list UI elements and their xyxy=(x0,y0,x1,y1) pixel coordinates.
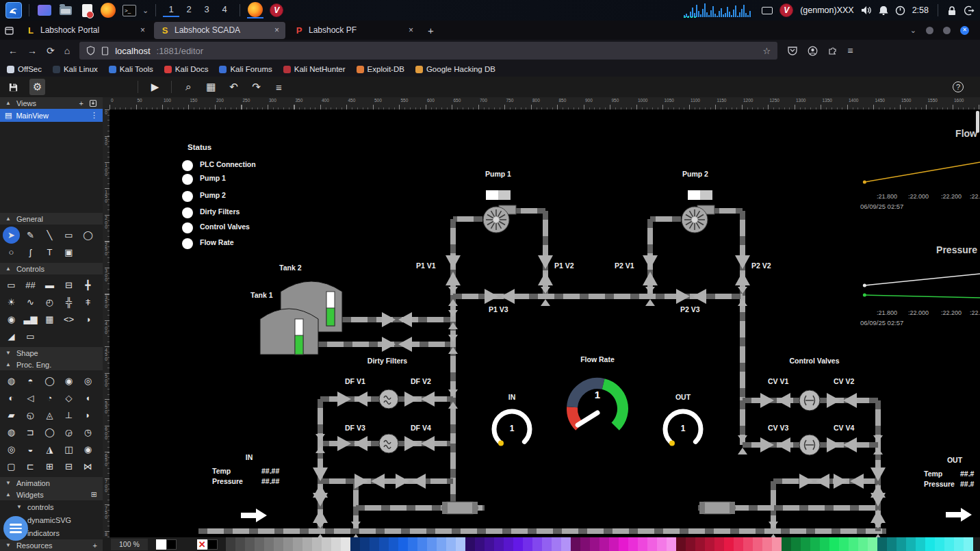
donut-widget[interactable]: ◑ xyxy=(79,311,96,328)
document-icon[interactable] xyxy=(79,2,95,18)
valve-symbol[interactable] xyxy=(404,392,418,407)
maximize-button[interactable] xyxy=(943,27,951,34)
flow-chart[interactable]: Flow 06/09/25 02:57 :21.800:22.000:22.20… xyxy=(859,127,980,216)
valve-symbol[interactable] xyxy=(827,393,840,408)
lock-icon[interactable] xyxy=(947,5,957,16)
palette-swatch[interactable] xyxy=(571,537,580,551)
palette-swatch[interactable] xyxy=(235,537,245,551)
valve-symbol[interactable] xyxy=(354,474,368,489)
palette-swatch[interactable] xyxy=(494,537,504,551)
valve-symbol[interactable] xyxy=(871,493,886,507)
close-button[interactable]: ✕ xyxy=(960,26,969,35)
palette-swatch[interactable] xyxy=(734,537,743,551)
bar-chart-widget[interactable]: ▃▆ xyxy=(22,311,39,328)
toggle-widget[interactable]: ◉ xyxy=(3,311,20,328)
valve-half[interactable]: ◐ xyxy=(3,389,20,407)
palette-swatch[interactable] xyxy=(542,537,552,551)
palette-swatch[interactable] xyxy=(897,537,906,551)
display-settings-icon[interactable] xyxy=(36,2,53,18)
pipe-widget[interactable]: ╋ xyxy=(79,277,96,294)
palette-swatch[interactable] xyxy=(322,537,331,551)
clamp[interactable]: ◖ xyxy=(79,389,96,407)
section-widgets[interactable]: ▲ Widgets ⊞ xyxy=(0,489,103,500)
bookmark-item[interactable]: Google Hacking DB xyxy=(415,65,495,73)
redo-button[interactable]: ↷ xyxy=(250,81,262,93)
stroke-swatch[interactable] xyxy=(166,539,177,550)
extensions-icon[interactable] xyxy=(827,46,838,56)
palette-swatch[interactable] xyxy=(628,537,638,551)
valve-symbol[interactable] xyxy=(354,436,368,451)
palette-swatch[interactable] xyxy=(916,537,925,551)
blower[interactable]: ◵ xyxy=(22,407,39,424)
valve-symbol[interactable] xyxy=(371,474,385,489)
palette-swatch[interactable] xyxy=(599,537,609,551)
tracking-shield-icon[interactable] xyxy=(86,46,95,55)
vessel-round[interactable]: ◯ xyxy=(41,424,58,441)
valve-symbol[interactable] xyxy=(827,437,840,452)
palette-swatch[interactable] xyxy=(887,537,897,551)
power-manager-icon[interactable] xyxy=(895,5,905,16)
elbow[interactable]: ⊏ xyxy=(22,458,39,475)
views-header[interactable]: ▲ Views + xyxy=(0,97,103,109)
bookmark-item[interactable]: Kali Docs xyxy=(164,65,209,73)
palette-swatch[interactable] xyxy=(695,537,705,551)
trend-widget[interactable]: ∿ xyxy=(22,294,39,311)
firefox-launcher-icon[interactable] xyxy=(100,2,116,18)
palette-swatch[interactable] xyxy=(906,537,916,551)
vessel-mid[interactable]: ◒ xyxy=(22,441,39,458)
palette-swatch[interactable] xyxy=(954,537,964,551)
mixer[interactable]: ◮ xyxy=(41,441,58,458)
palette-swatch[interactable] xyxy=(791,537,801,551)
resources-header[interactable]: ▼ Resources + xyxy=(0,539,103,551)
impeller[interactable]: ◶ xyxy=(60,424,77,441)
brightness-widget[interactable]: ☀ xyxy=(3,294,20,311)
text-tool[interactable]: T xyxy=(41,244,58,261)
container[interactable]: ▢ xyxy=(3,458,20,475)
no-color-swatch[interactable]: ✕ xyxy=(197,539,207,550)
tab-1[interactable]: LLabshock Portal× xyxy=(20,22,151,39)
palette-swatch[interactable] xyxy=(724,537,734,551)
palette-swatch[interactable] xyxy=(350,537,360,551)
workspace-3[interactable]: 3 xyxy=(198,4,215,17)
bookmark-item[interactable]: OffSec xyxy=(7,65,42,73)
palette-swatch[interactable] xyxy=(552,537,561,551)
vpn-app-icon[interactable]: V xyxy=(268,2,285,18)
palette-swatch[interactable] xyxy=(456,537,465,551)
palette-swatch[interactable] xyxy=(379,537,389,551)
palette-swatch[interactable] xyxy=(255,537,264,551)
palette-swatch[interactable] xyxy=(820,537,829,551)
frame[interactable]: ⊞ xyxy=(41,458,58,475)
view-menu-kebab-icon[interactable]: ⋮ xyxy=(90,111,98,120)
palette-swatch[interactable] xyxy=(389,537,398,551)
table-widget[interactable]: ▦ xyxy=(41,311,58,328)
tab-close-icon[interactable]: × xyxy=(409,25,413,35)
image-tool[interactable]: ▣ xyxy=(60,244,77,261)
palette-swatch[interactable] xyxy=(829,537,839,551)
numeric-widget[interactable]: ## xyxy=(22,277,39,294)
bookmark-item[interactable]: Kali Tools xyxy=(109,65,153,73)
page-info-icon[interactable] xyxy=(101,47,109,55)
check-valve[interactable]: ◷ xyxy=(79,424,96,441)
tab-list-chevron-icon[interactable]: ⌄ xyxy=(910,26,916,35)
palette-swatch[interactable] xyxy=(743,537,753,551)
valve-symbol[interactable] xyxy=(354,392,368,407)
palette-swatch[interactable] xyxy=(849,537,858,551)
valve-symbol[interactable] xyxy=(446,272,461,285)
exchanger[interactable]: ◫ xyxy=(60,441,77,458)
help-button[interactable]: ? xyxy=(953,81,964,92)
new-tab-button[interactable]: + xyxy=(422,25,439,36)
palette-swatch[interactable] xyxy=(465,537,475,551)
display-widget[interactable]: ▬ xyxy=(41,277,58,294)
valve-symbol[interactable] xyxy=(404,436,418,451)
palette-swatch[interactable] xyxy=(964,537,973,551)
tab-close-icon[interactable]: × xyxy=(274,25,279,35)
dropdown-widget[interactable]: ⊟ xyxy=(60,277,77,294)
file-manager-icon[interactable] xyxy=(57,2,74,18)
zoom-search-button[interactable]: ⌕ xyxy=(182,81,194,93)
rotor[interactable]: ◉ xyxy=(79,441,96,458)
tab-3[interactable]: PLabshock PF× xyxy=(288,22,420,39)
firefox-taskbar-icon[interactable] xyxy=(247,2,263,18)
bookmark-star-icon[interactable]: ☆ xyxy=(763,46,771,56)
palette-swatch[interactable] xyxy=(274,537,283,551)
palette-swatch[interactable] xyxy=(667,537,676,551)
